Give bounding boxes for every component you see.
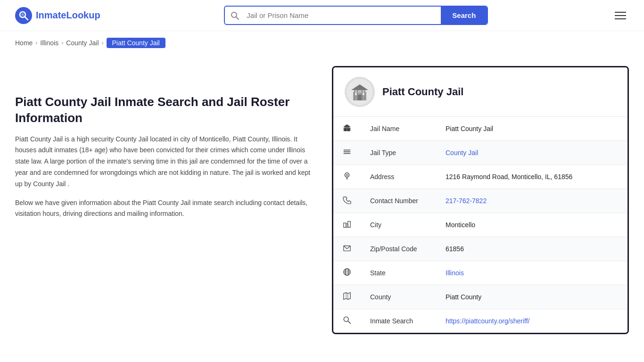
svg-rect-20 [348,129,349,131]
table-row: Jail Type County Jail [333,141,627,165]
svg-rect-15 [364,90,365,100]
left-column: Piatt County Jail Inmate Search and Jail… [15,66,317,334]
breadcrumb-home[interactable]: Home [15,39,33,47]
hamburger-line [615,15,626,16]
table-row: City Monticello [333,213,627,237]
svg-point-25 [346,174,348,176]
breadcrumb-county-jail[interactable]: County Jail [66,39,99,47]
row-value: 61856 [436,237,627,261]
row-label: Zip/Postal Code [361,237,436,261]
search-button[interactable]: Search [441,7,487,24]
row-label: City [361,213,436,237]
jail-card-header: Piatt County Jail [333,67,627,116]
svg-line-40 [348,321,351,324]
row-label: Address [361,165,436,189]
table-row: Address 1216 Raymond Road, Monticello, I… [333,165,627,189]
logo-icon [15,7,32,24]
info-link[interactable]: 217-762-7822 [446,197,487,205]
main-content: Piatt County Jail Inmate Search and Jail… [0,55,644,346]
svg-point-39 [344,317,348,321]
svg-rect-27 [344,223,346,227]
breadcrumb-illinois[interactable]: Illinois [40,39,58,47]
page-title: Piatt County Jail Inmate Search and Jail… [15,94,317,126]
chevron-icon: › [61,40,63,46]
row-value: Monticello [436,213,627,237]
info-link[interactable]: County Jail [446,149,478,156]
row-label: County [361,285,436,309]
svg-rect-16 [344,128,350,131]
row-icon [333,189,361,213]
row-value[interactable]: County Jail [436,141,627,165]
svg-rect-28 [348,222,350,228]
row-icon [333,237,361,261]
row-value[interactable]: 217-762-7822 [436,189,627,213]
row-icon [333,261,361,285]
row-value: Piatt County [436,285,627,309]
svg-marker-18 [343,124,351,127]
svg-line-4 [236,17,239,19]
row-icon [333,285,361,309]
logo-text: InmateLookup [36,10,100,21]
info-link[interactable]: https://piattcounty.org/sheriff/ [446,317,529,325]
row-value: Piatt County Jail [436,117,627,141]
svg-rect-12 [354,90,355,100]
jail-name-header: Piatt County Jail [382,86,463,98]
row-icon [333,117,361,141]
search-input[interactable] [245,7,441,24]
header: InmateLookup Search [0,0,644,31]
breadcrumb-active: Piatt County Jail [107,38,165,48]
svg-rect-19 [345,129,347,131]
table-row: Jail Name Piatt County Jail [333,117,627,141]
info-value: 61856 [446,245,464,253]
search-icon [225,11,245,20]
menu-button[interactable] [612,9,629,22]
row-label: Inmate Search [361,309,436,333]
hamburger-line [615,18,626,19]
svg-rect-29 [346,224,348,227]
svg-line-1 [25,17,28,20]
svg-marker-36 [344,293,350,299]
svg-rect-9 [357,95,362,100]
table-row: Inmate Search https://piattcounty.org/sh… [333,309,627,333]
right-column: Piatt County Jail Jail Name Piatt County… [332,66,629,334]
row-label: Jail Type [361,141,436,165]
info-link[interactable]: Illinois [446,269,464,277]
svg-point-2 [21,13,24,16]
breadcrumb: Home › Illinois › County Jail › Piatt Co… [0,31,644,55]
logo-link[interactable]: InmateLookup [15,7,100,24]
info-value: Piatt County Jail [446,125,493,132]
row-value[interactable]: https://piattcounty.org/sheriff/ [436,309,627,333]
row-icon [333,141,361,165]
row-value: 1216 Raymond Road, Monticello, IL, 61856 [436,165,627,189]
hamburger-line [615,12,626,13]
row-label: Jail Name [361,117,436,141]
row-label: State [361,261,436,285]
chevron-icon: › [35,40,37,46]
info-value: Monticello [446,221,475,229]
info-value: Piatt County [446,293,481,301]
svg-rect-13 [357,90,358,100]
row-label: Contact Number [361,189,436,213]
table-row: Zip/Postal Code 61856 [333,237,627,261]
page-description-1: Piatt County Jail is a high security Cou… [15,134,317,190]
search-bar: Search [224,6,488,25]
page-description-2: Below we have given information about th… [15,197,317,220]
svg-rect-14 [362,90,363,100]
jail-info-table: Jail Name Piatt County Jail Jail Type Co… [333,116,627,333]
jail-card: Piatt County Jail Jail Name Piatt County… [332,66,629,334]
row-icon [333,309,361,333]
info-value: 1216 Raymond Road, Monticello, IL, 61856 [446,173,572,181]
row-icon [333,213,361,237]
row-icon [333,165,361,189]
table-row: State Illinois [333,261,627,285]
table-row: Contact Number 217-762-7822 [333,189,627,213]
row-value[interactable]: Illinois [436,261,627,285]
table-row: County Piatt County [333,285,627,309]
jail-thumbnail [345,77,375,107]
chevron-icon: › [102,40,104,46]
